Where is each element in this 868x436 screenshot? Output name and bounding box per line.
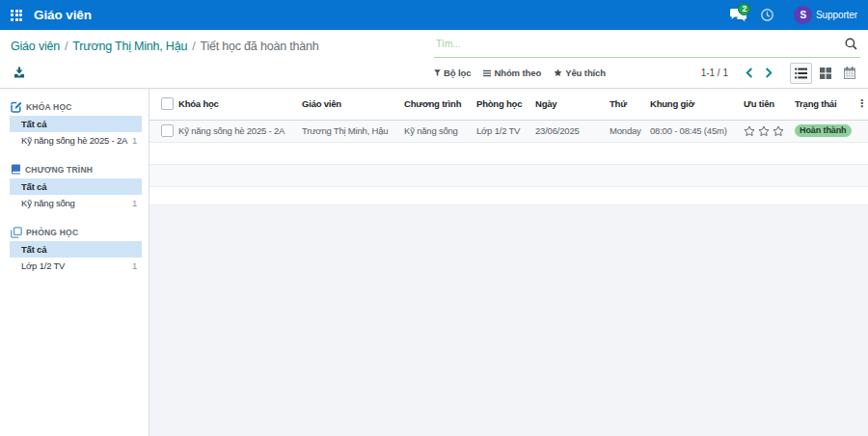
search-icon[interactable] — [845, 38, 857, 50]
empty-row — [149, 186, 868, 204]
breadcrumb: Giáo viên / Trương Thị Minh, Hậu / Tiết … — [11, 30, 434, 60]
section-title: PHÒNG HỌC — [26, 228, 78, 237]
filter-item-program-ky-nang-song[interactable]: Kỹ năng sống 1 — [10, 195, 142, 211]
filter-item-label: Kỹ năng sống hè 2025 - 2A — [21, 135, 127, 146]
filter-item-label: Tất cả — [21, 181, 46, 192]
empty-row — [149, 142, 868, 164]
clone-icon — [11, 227, 22, 238]
filter-item-count: 1 — [132, 135, 137, 146]
chevron-left-icon — [746, 68, 753, 78]
row-checkbox[interactable] — [161, 124, 174, 137]
user-menu[interactable]: Supporter — [816, 10, 857, 20]
column-header-trang-thai[interactable]: Trạng thái — [791, 89, 853, 120]
list-view: Khóa học Giáo viên Chương trình Phòng họ… — [149, 89, 868, 436]
cell-giao-vien: Trương Thị Minh, Hậu — [298, 120, 400, 142]
cell-khoa-hoc: Kỹ năng sống hè 2025 - 2A — [175, 120, 298, 142]
user-avatar[interactable]: S — [794, 6, 812, 24]
calendar-view-button[interactable] — [838, 63, 860, 84]
section-title: KHÓA HỌC — [26, 102, 72, 112]
filter-item-label: Tất cả — [21, 119, 46, 129]
list-view-button[interactable] — [790, 63, 812, 84]
filters-button[interactable]: Bộ lọc — [434, 68, 471, 78]
empty-row — [149, 164, 868, 186]
filter-item-label: Lớp 1/2 TV — [21, 260, 65, 271]
filter-item-count: 1 — [132, 198, 137, 208]
app-title[interactable]: Giáo viên — [34, 8, 92, 22]
topbar-right: 2 S Supporter — [729, 6, 868, 25]
filter-item-course-all[interactable]: Tất cả — [10, 116, 142, 132]
chevron-right-icon — [765, 68, 773, 78]
groupby-button[interactable]: Nhóm theo — [483, 68, 541, 78]
book-icon — [11, 164, 21, 175]
priority-star-icon[interactable] — [773, 125, 784, 137]
table-row[interactable]: Kỹ năng sống hè 2025 - 2A Trương Thị Min… — [149, 120, 868, 142]
filter-item-count: 1 — [132, 260, 137, 271]
cell-khung-gio: 08:00 - 08:45 (45m) — [646, 120, 740, 142]
kanban-view-icon — [820, 68, 831, 79]
breadcrumb-separator: / — [192, 40, 195, 53]
cell-thu: Monday — [606, 120, 646, 142]
search-panel-sidebar: KHÓA HỌC Tất cả Kỹ năng sống hè 2025 - 2… — [0, 89, 149, 436]
column-header-khoa-hoc[interactable]: Khóa học — [175, 89, 298, 120]
status-badge: Hoàn thành — [795, 124, 852, 137]
records-table: Khóa học Giáo viên Chương trình Phòng họ… — [149, 89, 868, 205]
column-header-giao-vien[interactable]: Giáo viên — [298, 89, 400, 120]
search-placeholder: Tìm... — [434, 39, 461, 49]
section-title: CHƯƠNG TRÌNH — [25, 165, 93, 175]
clock-icon — [761, 9, 773, 21]
kanban-view-button[interactable] — [814, 63, 836, 84]
filter-item-label: Tất cả — [21, 244, 46, 255]
cell-ngay: 23/06/2025 — [531, 120, 606, 142]
column-header-thu[interactable]: Thứ — [606, 89, 646, 120]
column-header-phong-hoc[interactable]: Phòng học — [473, 89, 531, 120]
pager-previous-button[interactable] — [740, 68, 759, 78]
view-switcher — [788, 63, 860, 84]
filter-item-course-ky-nang-song-he[interactable]: Kỹ năng sống hè 2025 - 2A 1 — [10, 132, 142, 149]
section-header-course: KHÓA HỌC — [0, 98, 149, 115]
search-panel-section-program: CHƯƠNG TRÌNH Tất cả Kỹ năng sống 1 — [0, 161, 149, 211]
breadcrumb-teacher-link[interactable]: Trương Thị Minh, Hậu — [72, 40, 187, 53]
filter-item-room-all[interactable]: Tất cả — [10, 241, 142, 258]
filters-label: Bộ lọc — [444, 68, 471, 78]
breadcrumb-separator: / — [65, 40, 68, 53]
table-header-row: Khóa học Giáo viên Chương trình Phòng họ… — [149, 89, 868, 120]
section-header-program: CHƯƠNG TRÌNH — [0, 161, 149, 177]
edit-icon — [11, 101, 22, 113]
favorites-label: Yêu thích — [565, 68, 606, 78]
cell-phong-hoc: Lớp 1/2 TV — [473, 120, 531, 142]
filter-icon — [434, 68, 441, 77]
breadcrumb-current: Tiết học đã hoàn thành — [200, 40, 318, 53]
pager-next-button[interactable] — [759, 68, 778, 78]
select-all-checkbox[interactable] — [161, 97, 174, 110]
section-header-room: PHÒNG HỌC — [0, 224, 149, 240]
favorites-button[interactable]: Yêu thích — [554, 68, 606, 78]
column-header-ngay[interactable]: Ngày — [531, 89, 606, 120]
search-bar[interactable]: Tìm... — [434, 30, 860, 58]
groupby-icon — [483, 69, 491, 77]
top-navbar: Giáo viên 2 S Supporter — [0, 0, 868, 30]
activities-button[interactable] — [761, 9, 773, 21]
filter-item-program-all[interactable]: Tất cả — [10, 178, 142, 195]
list-view-icon — [795, 68, 807, 79]
filter-item-label: Kỹ năng sống — [21, 198, 75, 208]
search-panel-section-course: KHÓA HỌC Tất cả Kỹ năng sống hè 2025 - 2… — [0, 98, 149, 149]
apps-menu-icon[interactable] — [11, 10, 23, 21]
priority-star-icon[interactable] — [758, 125, 770, 137]
groupby-label: Nhóm theo — [494, 68, 541, 78]
pager-range: 1-1 / 1 — [701, 68, 732, 78]
breadcrumb-app-link[interactable]: Giáo viên — [11, 40, 60, 53]
control-panel: Giáo viên / Trương Thị Minh, Hậu / Tiết … — [0, 30, 868, 89]
column-header-chuong-trinh[interactable]: Chương trình — [400, 89, 473, 120]
favorite-star-icon — [554, 68, 562, 77]
priority-star-icon[interactable] — [744, 125, 755, 137]
messages-button[interactable]: 2 — [729, 6, 750, 25]
calendar-view-icon — [844, 67, 855, 79]
column-header-khung-gio[interactable]: Khung giờ — [646, 89, 740, 120]
messages-count-badge: 2 — [738, 3, 750, 15]
export-download-button[interactable] — [14, 67, 25, 78]
optional-columns-icon[interactable]: ⋮ — [856, 97, 864, 110]
cell-chuong-trinh: Kỹ năng sống — [400, 120, 473, 142]
download-icon — [14, 67, 25, 78]
filter-item-room-lop-12-tv[interactable]: Lớp 1/2 TV 1 — [10, 258, 142, 274]
column-header-uu-tien[interactable]: Ưu tiên — [740, 89, 791, 120]
